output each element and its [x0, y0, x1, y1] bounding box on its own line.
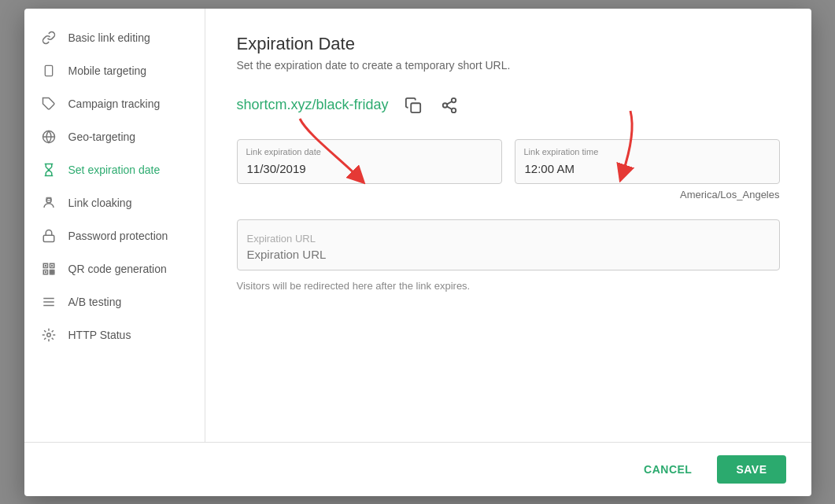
sidebar-label-qr: QR code generation — [68, 263, 167, 275]
tag-icon — [40, 95, 57, 112]
cancel-button[interactable]: CANCEL — [631, 457, 704, 482]
svg-rect-22 — [411, 103, 420, 112]
date-field-input[interactable] — [237, 139, 502, 184]
svg-rect-7 — [43, 235, 54, 241]
sidebar-item-http[interactable]: HTTP Status — [24, 318, 205, 351]
sidebar: Basic link editing Mobile targeting Camp… — [24, 9, 205, 442]
expiration-dialog: Basic link editing Mobile targeting Camp… — [24, 9, 811, 496]
sidebar-label-basic-link: Basic link editing — [68, 31, 150, 44]
svg-rect-14 — [52, 272, 54, 274]
svg-point-24 — [442, 103, 447, 108]
main-content: Expiration Date Set the expiration date … — [205, 9, 811, 442]
expiration-url-input[interactable] — [247, 248, 770, 261]
copy-icon — [405, 97, 422, 114]
sidebar-item-basic-link[interactable]: Basic link editing — [24, 21, 205, 54]
sidebar-label-geo: Geo-targeting — [68, 131, 136, 143]
sidebar-item-cloaking[interactable]: Link cloaking — [24, 186, 205, 219]
sidebar-item-expiration[interactable]: Set expiration date — [24, 153, 205, 186]
ab-icon — [40, 293, 57, 311]
date-time-row: Link expiration date Link expiration tim… — [237, 139, 780, 184]
qr-icon — [40, 260, 57, 278]
expiration-url-section: Expiration URL — [237, 219, 780, 270]
svg-line-27 — [446, 101, 451, 104]
sidebar-label-expiration: Set expiration date — [68, 164, 161, 176]
sidebar-item-ab[interactable]: A/B testing — [24, 285, 205, 318]
copy-button[interactable] — [401, 94, 425, 117]
sidebar-label-cloaking: Link cloaking — [68, 197, 132, 209]
link-icon — [40, 29, 57, 46]
sidebar-label-ab: A/B testing — [68, 296, 122, 308]
sidebar-label-password: Password protection — [68, 230, 168, 242]
time-field-input[interactable] — [515, 139, 780, 184]
globe-icon — [40, 128, 57, 145]
sidebar-item-mobile[interactable]: Mobile targeting — [24, 54, 205, 87]
svg-point-23 — [451, 97, 456, 101]
share-icon — [441, 97, 458, 114]
lock-icon — [40, 227, 57, 245]
save-button[interactable]: SAVE — [717, 455, 785, 484]
svg-rect-16 — [51, 264, 53, 266]
date-field-group: Link expiration date — [237, 139, 502, 184]
sidebar-item-qr[interactable]: QR code generation — [24, 252, 205, 285]
share-button[interactable] — [438, 94, 461, 117]
page-subtitle: Set the expiration date to create a temp… — [237, 59, 780, 72]
short-url-row: shortcm.xyz/black-friday — [237, 94, 780, 117]
hourglass-icon — [40, 161, 57, 178]
sidebar-label-http: HTTP Status — [68, 329, 131, 341]
time-field-group: Link expiration time — [515, 139, 780, 184]
expiration-url-hint: Visitors will be redirected here after t… — [237, 280, 780, 292]
expiration-url-label: Expiration URL — [247, 233, 770, 245]
svg-rect-17 — [44, 271, 46, 273]
dialog-footer: CANCEL SAVE — [24, 442, 811, 496]
http-icon — [40, 326, 57, 344]
svg-rect-13 — [50, 272, 51, 274]
sidebar-label-mobile: Mobile targeting — [68, 64, 147, 77]
svg-line-26 — [446, 106, 451, 109]
svg-point-21 — [46, 333, 50, 337]
sidebar-item-password[interactable]: Password protection — [24, 219, 205, 252]
mobile-icon — [40, 62, 57, 79]
sidebar-item-campaign[interactable]: Campaign tracking — [24, 87, 205, 120]
short-url-link[interactable]: shortcm.xyz/black-friday — [237, 97, 389, 113]
page-title: Expiration Date — [237, 34, 780, 54]
svg-point-25 — [451, 108, 456, 112]
person-badge-icon — [40, 194, 57, 212]
sidebar-label-campaign: Campaign tracking — [68, 97, 161, 110]
svg-rect-12 — [52, 270, 54, 271]
svg-rect-15 — [44, 264, 46, 266]
timezone-text: America/Los_Angeles — [237, 189, 780, 200]
sidebar-item-geo[interactable]: Geo-targeting — [24, 120, 205, 153]
svg-rect-11 — [50, 270, 51, 271]
